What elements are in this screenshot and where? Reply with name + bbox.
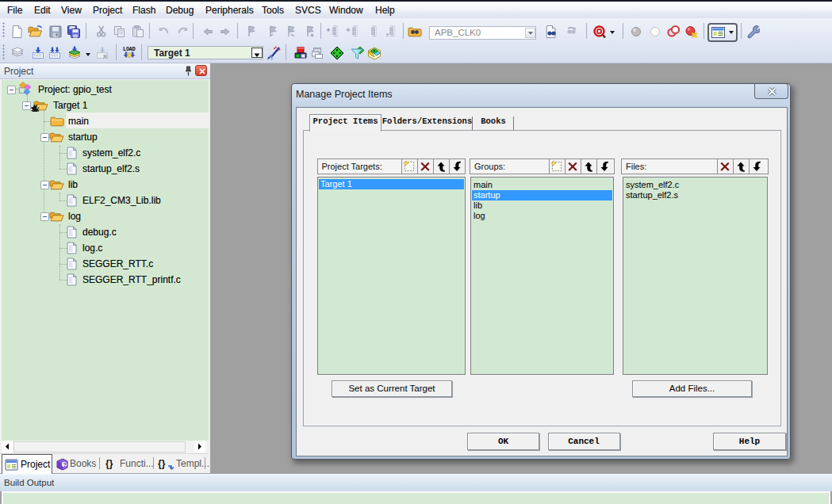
svg-text:?: ? <box>63 462 66 468</box>
svg-text:LOAD: LOAD <box>123 47 136 52</box>
